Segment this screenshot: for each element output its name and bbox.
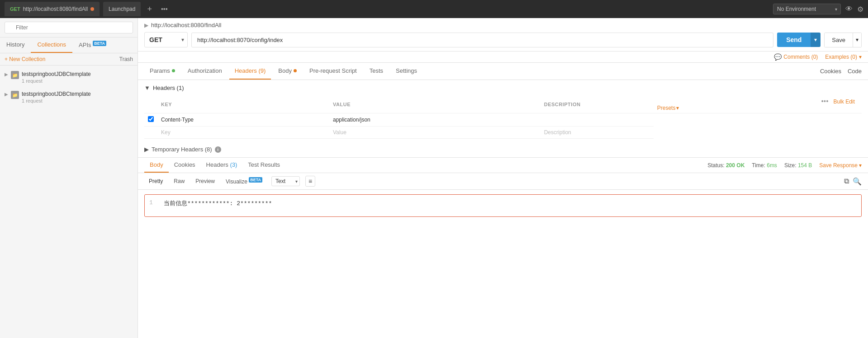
fmt-tab-preview[interactable]: Preview <box>191 176 219 186</box>
tab-headers[interactable]: Headers (9) <box>229 63 271 80</box>
tab-method: GET <box>10 6 20 12</box>
trash-button[interactable]: Trash <box>119 56 133 62</box>
presets-dropdown-icon: ▾ <box>676 105 679 111</box>
col-key: KEY <box>157 96 329 113</box>
response-code-area: 1 当前信息************: 2********* <box>144 194 862 217</box>
col-actions: ••• Bulk Edit Presets ▾ <box>654 96 862 113</box>
fmt-tab-pretty[interactable]: Pretty <box>144 176 167 186</box>
eye-icon-button[interactable]: 👁 <box>845 5 853 13</box>
request-tab[interactable]: GET http://localhost:8080/findAll <box>5 2 100 16</box>
code-link[interactable]: Code <box>848 68 862 75</box>
top-bar: GET http://localhost:8080/findAll Launch… <box>0 0 868 18</box>
bulk-edit-button[interactable]: Bulk Edit <box>834 99 855 105</box>
resp-tab-body[interactable]: Body <box>144 158 169 173</box>
header-desc-new[interactable]: Description <box>541 127 654 139</box>
examples-link[interactable]: Examples (0) ▾ <box>825 54 862 60</box>
visualize-beta-badge: BETA <box>249 177 262 183</box>
apis-beta-badge: BETA <box>93 41 106 46</box>
breadcrumb: ▶ http://localhost:8080/findAll <box>144 22 862 28</box>
params-dot <box>172 69 175 72</box>
temp-headers-label: Temporary Headers (8) <box>152 146 212 153</box>
resp-tab-test-results[interactable]: Test Results <box>242 158 285 173</box>
temp-headers-row[interactable]: ▶ Temporary Headers (8) i <box>138 143 868 158</box>
save-response-button[interactable]: Save Response ▾ <box>819 162 862 169</box>
collection-item-2[interactable]: ▶ 📁 testspringbootJDBCtemplate 1 request <box>0 87 138 107</box>
tab-body[interactable]: Body <box>273 63 302 80</box>
collection-icon-2: 📁 <box>11 91 19 99</box>
header-desc-1[interactable] <box>541 113 654 127</box>
header-key-1[interactable]: Content-Type <box>157 113 329 127</box>
collection-name-1: testspringbootJDBCtemplate <box>22 71 133 77</box>
search-icon-button[interactable]: 🔍 <box>853 177 862 186</box>
method-select[interactable]: GET POST PUT DELETE PATCH <box>144 32 188 47</box>
resp-tab-cookies[interactable]: Cookies <box>169 158 201 173</box>
settings-icon-button[interactable]: ⚙ <box>857 5 863 14</box>
response-status-info: Status: 200 OK Time: 6ms Size: 154 B Sav… <box>707 162 862 169</box>
sidebar: History Collections APIs BETA + New Coll… <box>0 18 138 338</box>
collection-name-2: testspringbootJDBCtemplate <box>22 91 133 97</box>
collection-arrow-2: ▶ <box>5 92 8 97</box>
sidebar-search-area <box>0 18 138 38</box>
tab-pre-request[interactable]: Pre-request Script <box>304 63 362 80</box>
filter-input[interactable] <box>5 22 133 33</box>
tab-collections[interactable]: Collections <box>31 38 72 53</box>
tab-history[interactable]: History <box>0 38 31 53</box>
line-number-1: 1 <box>149 199 157 212</box>
headers-panel: ▼ Headers (1) KEY VALUE DESCRIPTION ••• … <box>138 80 868 143</box>
temp-headers-arrow: ▶ <box>144 146 149 153</box>
environment-select[interactable]: No Environment <box>773 4 841 14</box>
fmt-tab-raw[interactable]: Raw <box>169 176 189 186</box>
collection-icon-1: 📁 <box>11 71 19 79</box>
headers-section-title[interactable]: ▼ Headers (1) <box>144 84 862 91</box>
three-dots-icon[interactable]: ••• <box>821 98 829 105</box>
tab-tests[interactable]: Tests <box>364 63 389 80</box>
tab-params[interactable]: Params <box>144 63 180 80</box>
header-checked-1[interactable] <box>148 116 154 122</box>
url-row: GET POST PUT DELETE PATCH Send ▾ Save ▾ <box>144 32 862 47</box>
copy-icon-button[interactable]: ⧉ <box>844 177 849 186</box>
header-checkbox-1[interactable] <box>144 113 157 127</box>
save-button-wrap: Save ▾ <box>824 33 862 47</box>
format-select[interactable]: Text JSON XML HTML <box>271 176 300 186</box>
save-dropdown-button[interactable]: ▾ <box>853 33 862 47</box>
header-key-new[interactable]: Key <box>157 127 329 139</box>
send-dropdown-button[interactable]: ▾ <box>811 33 821 47</box>
header-value-1[interactable]: application/json <box>329 113 541 127</box>
tab-apis[interactable]: APIs BETA <box>72 38 113 53</box>
cookies-link[interactable]: Cookies <box>820 68 841 75</box>
headers-count-badge: (3) <box>230 161 237 168</box>
resp-tab-headers[interactable]: Headers (3) <box>201 158 243 173</box>
more-tabs-button[interactable]: ••• <box>158 5 171 13</box>
new-collection-button[interactable]: + New Collection <box>5 56 45 62</box>
save-button[interactable]: Save <box>824 33 853 47</box>
header-value-new[interactable]: Value <box>329 127 541 139</box>
tab-url-text: http://localhost:8080/findAll <box>23 6 88 12</box>
send-button[interactable]: Send <box>777 33 811 47</box>
request-tabs: Params Authorization Headers (9) Body Pr… <box>138 63 868 80</box>
url-input[interactable] <box>191 33 773 47</box>
launchpad-tab[interactable]: Launchpad <box>103 2 141 16</box>
save-response-dropdown-icon: ▾ <box>859 162 862 169</box>
size-label: Size: 154 B <box>784 162 812 169</box>
fmt-tab-visualize[interactable]: Visualize BETA <box>221 176 267 187</box>
tab-authorization[interactable]: Authorization <box>182 63 228 80</box>
tab-settings[interactable]: Settings <box>390 63 422 80</box>
collection-meta-2: 1 request <box>22 98 133 103</box>
response-area: Body Cookies Headers (3) Test Results St… <box>138 158 868 338</box>
collection-arrow-1: ▶ <box>5 72 8 77</box>
time-label: Time: 6ms <box>752 162 777 169</box>
sidebar-tabs: History Collections APIs BETA <box>0 38 138 53</box>
main-layout: History Collections APIs BETA + New Coll… <box>0 18 868 338</box>
headers-section-arrow: ▼ <box>144 84 150 91</box>
top-right-controls: No Environment ▾ 👁 ⚙ <box>773 4 863 14</box>
comments-link[interactable]: 💬 Comments (0) <box>774 53 818 61</box>
tab-dot <box>90 7 94 11</box>
meta-row: 💬 Comments (0) Examples (0) ▾ <box>138 52 868 63</box>
presets-button[interactable]: Presets ▾ <box>657 105 679 111</box>
col-value: VALUE <box>329 96 541 113</box>
wrap-lines-button[interactable]: ≡ <box>305 176 315 187</box>
add-tab-button[interactable]: + <box>144 5 155 14</box>
collection-item-1[interactable]: ▶ 📁 testspringbootJDBCtemplate 1 request <box>0 67 138 87</box>
response-right-icons: ⧉ 🔍 <box>844 177 862 186</box>
send-button-wrap: Send ▾ <box>777 33 821 47</box>
